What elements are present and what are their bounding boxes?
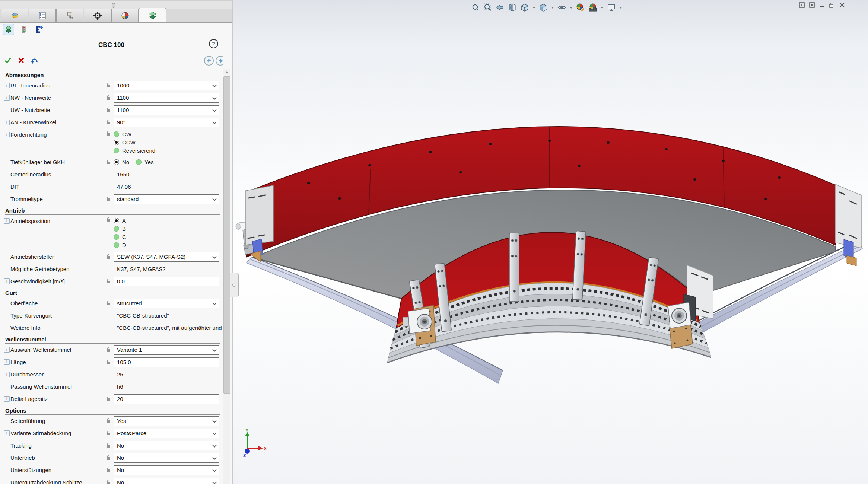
info-icon: i	[4, 372, 10, 377]
panel-scrollbar[interactable]	[223, 69, 230, 484]
field-label: Tiefkühllager bei GKH	[10, 159, 107, 165]
field-label: AN - Kurvenwinkel	[10, 119, 107, 125]
tab-dimxpertmanager[interactable]	[84, 9, 111, 22]
next-page-button[interactable]	[216, 56, 223, 66]
tab-custom-addin[interactable]	[139, 8, 166, 22]
collapse-right-pane-icon[interactable]	[809, 2, 815, 8]
antriebshersteller-select[interactable]: SEW (K37, S47, MGFA-S2)	[114, 252, 219, 262]
form-row-untertrieb: Untertrieb No	[0, 452, 223, 464]
seitenfuehrung-select[interactable]: Yes	[114, 416, 219, 426]
chevron-down-icon[interactable]	[570, 7, 573, 9]
field-label: RI - Innenradius	[10, 82, 107, 89]
radio-option-c[interactable]: C	[114, 233, 219, 240]
zoom-to-area-icon[interactable]	[483, 3, 493, 12]
apply-scene-icon[interactable]	[588, 3, 598, 12]
chevron-down-icon[interactable]	[551, 7, 554, 9]
info-icon: i	[4, 396, 10, 402]
an-kurvenwinkel-select[interactable]: 90°	[114, 118, 219, 127]
lock-icon	[107, 482, 110, 484]
form-row-delta-lagersitz: i Delta Lagersitz 20	[0, 393, 223, 405]
radio-option-b[interactable]: B	[114, 225, 219, 232]
info-icon: i	[4, 278, 10, 284]
unterstuetzungen-select[interactable]: No	[114, 465, 219, 475]
uw-nutzbreite-select[interactable]: 1100	[114, 105, 219, 115]
form-row-type-kurvengurt: Type-Kurvengurt "CBC-CB-structured"	[0, 309, 223, 322]
readonly-value: "CBC-CB-structured", mit aufgenähter und…	[114, 325, 219, 331]
undo-button[interactable]	[31, 56, 39, 64]
section-header-antrieb: Antrieb	[5, 207, 220, 215]
tracking-select[interactable]: No	[114, 441, 219, 450]
cancel-button[interactable]	[17, 56, 25, 64]
help-button[interactable]: ?	[209, 39, 218, 48]
tab-displaymanager[interactable]	[111, 9, 139, 22]
section-view-icon[interactable]	[508, 3, 517, 12]
previous-view-icon[interactable]	[495, 3, 505, 12]
view-orientation-icon[interactable]	[520, 3, 530, 12]
panel-collapse-handle[interactable]	[230, 273, 239, 297]
form-row-antriebshersteller: Antriebshersteller SEW (K37, S47, MGFA-S…	[0, 251, 223, 263]
field-label: Unterstützungen	[10, 467, 107, 473]
info-icon: i	[4, 218, 10, 224]
form-row-trommeltype: Trommeltype standard	[0, 193, 223, 205]
scrollbar-thumb[interactable]	[223, 76, 230, 394]
tab-configurationmanager[interactable]	[56, 9, 83, 22]
nw-nennweite-select[interactable]: 1100	[114, 93, 219, 103]
radio-option-d[interactable]: D	[114, 242, 219, 248]
hide-show-items-icon[interactable]	[557, 3, 567, 12]
field-label: Geschwindigkeit [m/s]	[10, 278, 107, 284]
triad-x-label: X	[264, 446, 267, 451]
radio-option-no[interactable]: No	[114, 159, 129, 166]
lock-icon	[107, 457, 110, 460]
oberflaeche-select[interactable]: strucutred	[114, 299, 219, 308]
radio-option-cw[interactable]: CW	[114, 131, 219, 137]
coordinate-triad: Y X Z	[242, 429, 268, 459]
previous-page-button[interactable]	[204, 56, 214, 66]
chevron-down-icon	[213, 444, 216, 447]
chevron-down-icon[interactable]	[532, 7, 535, 9]
tab-propertymanager[interactable]	[29, 9, 56, 22]
section-header-abmessungen: Abmessungen	[5, 72, 220, 79]
heads-up-toolbar	[471, 1, 623, 14]
geschwindigkeit-input[interactable]: 0.0	[114, 277, 219, 286]
field-label: Förderrichtung	[10, 128, 107, 138]
edit-appearance-icon[interactable]	[576, 3, 585, 12]
radio-option-yes[interactable]: Yes	[136, 159, 153, 166]
trommeltype-select[interactable]: standard	[114, 194, 219, 204]
untergurtabdeckung-select[interactable]: No	[114, 478, 219, 484]
ok-button[interactable]	[4, 56, 12, 64]
panel-grip-handle[interactable]	[112, 3, 115, 8]
scroll-up-arrow[interactable]	[223, 69, 230, 76]
untertrieb-select[interactable]: No	[114, 453, 219, 463]
lock-icon	[107, 219, 110, 222]
export-icon[interactable]	[34, 24, 44, 35]
page-title: CBC 100 ?	[0, 36, 223, 52]
form-row-tracking: Tracking No	[0, 439, 223, 452]
field-label: Antriebsposition	[10, 215, 107, 224]
chevron-down-icon[interactable]	[619, 7, 622, 9]
radio-option-ccw[interactable]: CCW	[114, 139, 219, 146]
ri-innenradius-select[interactable]: 1000	[114, 81, 219, 90]
close-button[interactable]	[839, 2, 845, 8]
wellenstummel-select[interactable]: Variante 1	[114, 345, 219, 355]
laenge-input[interactable]: 105.0	[114, 357, 219, 367]
radio-option-a[interactable]: A	[114, 217, 219, 224]
status-traffic-light-icon[interactable]	[19, 24, 29, 35]
stirnabdeckung-select[interactable]: Post&Parcel	[114, 429, 219, 438]
zoom-to-fit-icon[interactable]	[471, 3, 480, 12]
delta-lagersitz-input[interactable]: 20	[114, 394, 219, 404]
restore-button[interactable]	[829, 2, 835, 8]
addin-model-icon[interactable]	[3, 24, 14, 35]
info-icon: i	[4, 132, 10, 137]
collapse-left-pane-icon[interactable]	[799, 2, 805, 8]
tab-featuremanager[interactable]	[1, 9, 28, 22]
radio-option-reversierend[interactable]: Reversierend	[114, 147, 219, 154]
minimize-button[interactable]	[819, 2, 825, 8]
field-label: Untergurtabdeckung Schlitze	[10, 479, 107, 484]
chevron-down-icon[interactable]	[601, 7, 604, 9]
panel-splitter[interactable]	[232, 0, 233, 484]
display-style-icon[interactable]	[538, 3, 548, 12]
field-label: DIT	[10, 184, 107, 190]
view-settings-icon[interactable]	[607, 3, 616, 12]
form-row-geschwindigkeit: i Geschwindigkeit [m/s] 0.0	[0, 275, 223, 287]
pm-action-bar	[0, 52, 223, 70]
